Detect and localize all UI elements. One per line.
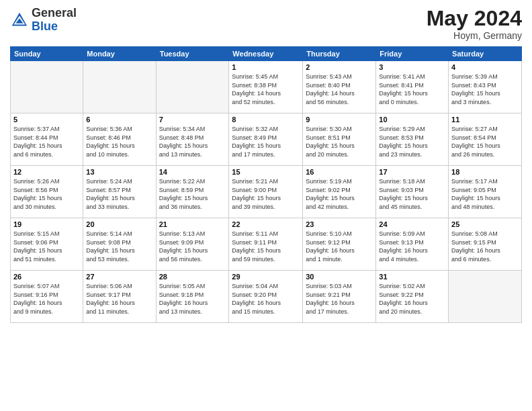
day-info: Sunrise: 5:04 AMSunset: 9:20 PMDaylight:… <box>232 282 300 316</box>
table-row <box>156 61 229 113</box>
table-row: 26Sunrise: 5:07 AMSunset: 9:16 PMDayligh… <box>11 271 83 323</box>
table-row: 18Sunrise: 5:17 AMSunset: 9:05 PMDayligh… <box>449 166 522 218</box>
day-info: Sunrise: 5:39 AMSunset: 8:43 PMDaylight:… <box>451 73 519 106</box>
table-row: 4Sunrise: 5:39 AMSunset: 8:43 PMDaylight… <box>449 61 522 113</box>
day-number: 6 <box>86 116 152 124</box>
day-info: Sunrise: 5:43 AMSunset: 8:40 PMDaylight:… <box>306 73 373 106</box>
table-row: 5Sunrise: 5:37 AMSunset: 8:44 PMDaylight… <box>11 113 83 166</box>
table-row: 16Sunrise: 5:19 AMSunset: 9:02 PMDayligh… <box>303 166 376 218</box>
table-row: 1Sunrise: 5:45 AMSunset: 8:38 PMDaylight… <box>229 61 303 113</box>
day-number: 12 <box>13 168 80 176</box>
header-sunday: Sunday <box>11 47 83 61</box>
table-row: 28Sunrise: 5:05 AMSunset: 9:18 PMDayligh… <box>156 271 229 323</box>
header-monday: Monday <box>83 47 156 61</box>
day-number: 5 <box>13 116 80 124</box>
table-row <box>83 61 156 113</box>
day-number: 25 <box>451 220 519 228</box>
day-info: Sunrise: 5:41 AMSunset: 8:41 PMDaylight:… <box>379 73 445 106</box>
table-row: 29Sunrise: 5:04 AMSunset: 9:20 PMDayligh… <box>229 271 303 323</box>
day-info: Sunrise: 5:32 AMSunset: 8:49 PMDaylight:… <box>232 125 300 158</box>
header-friday: Friday <box>376 47 449 61</box>
day-info: Sunrise: 5:09 AMSunset: 9:13 PMDaylight:… <box>379 230 445 263</box>
day-number: 16 <box>306 168 373 176</box>
day-info: Sunrise: 5:02 AMSunset: 9:22 PMDaylight:… <box>379 282 445 316</box>
day-number: 27 <box>86 273 152 281</box>
table-row: 3Sunrise: 5:41 AMSunset: 8:41 PMDaylight… <box>376 61 449 113</box>
table-row: 27Sunrise: 5:06 AMSunset: 9:17 PMDayligh… <box>83 271 156 323</box>
logo: General Blue <box>10 7 77 34</box>
day-number: 18 <box>451 168 519 176</box>
day-info: Sunrise: 5:18 AMSunset: 9:03 PMDaylight:… <box>379 177 445 211</box>
day-info: Sunrise: 5:15 AMSunset: 9:06 PMDaylight:… <box>13 230 80 263</box>
table-row: 21Sunrise: 5:13 AMSunset: 9:09 PMDayligh… <box>156 218 229 271</box>
day-info: Sunrise: 5:07 AMSunset: 9:16 PMDaylight:… <box>13 282 80 316</box>
day-number: 14 <box>159 168 226 176</box>
day-info: Sunrise: 5:29 AMSunset: 8:53 PMDaylight:… <box>379 125 445 158</box>
day-number: 21 <box>159 220 226 228</box>
table-row: 11Sunrise: 5:27 AMSunset: 8:54 PMDayligh… <box>449 113 522 166</box>
day-number: 1 <box>232 63 300 71</box>
table-row: 6Sunrise: 5:36 AMSunset: 8:46 PMDaylight… <box>83 113 156 166</box>
day-info: Sunrise: 5:34 AMSunset: 8:48 PMDaylight:… <box>159 125 226 158</box>
calendar-week-row: 19Sunrise: 5:15 AMSunset: 9:06 PMDayligh… <box>11 218 522 271</box>
table-row: 12Sunrise: 5:26 AMSunset: 8:56 PMDayligh… <box>11 166 83 218</box>
day-info: Sunrise: 5:14 AMSunset: 9:08 PMDaylight:… <box>86 230 152 263</box>
day-number: 3 <box>379 63 445 71</box>
day-number: 13 <box>86 168 152 176</box>
page: General Blue May 2024 Hoym, Germany Sund… <box>0 0 532 411</box>
location: Hoym, Germany <box>427 30 522 41</box>
day-info: Sunrise: 5:05 AMSunset: 9:18 PMDaylight:… <box>159 282 226 316</box>
day-number: 19 <box>13 220 80 228</box>
table-row: 19Sunrise: 5:15 AMSunset: 9:06 PMDayligh… <box>11 218 83 271</box>
day-info: Sunrise: 5:11 AMSunset: 9:11 PMDaylight:… <box>232 230 300 263</box>
title-block: May 2024 Hoym, Germany <box>427 7 522 41</box>
table-row: 2Sunrise: 5:43 AMSunset: 8:40 PMDaylight… <box>303 61 376 113</box>
day-info: Sunrise: 5:10 AMSunset: 9:12 PMDaylight:… <box>306 230 373 263</box>
day-number: 7 <box>159 116 226 124</box>
day-number: 30 <box>306 273 373 281</box>
table-row: 15Sunrise: 5:21 AMSunset: 9:00 PMDayligh… <box>229 166 303 218</box>
calendar: Sunday Monday Tuesday Wednesday Thursday… <box>10 46 522 323</box>
calendar-week-row: 5Sunrise: 5:37 AMSunset: 8:44 PMDaylight… <box>11 113 522 166</box>
logo-blue-text: Blue <box>32 19 58 33</box>
day-number: 20 <box>86 220 152 228</box>
table-row: 8Sunrise: 5:32 AMSunset: 8:49 PMDaylight… <box>229 113 303 166</box>
day-number: 31 <box>379 273 445 281</box>
table-row: 25Sunrise: 5:08 AMSunset: 9:15 PMDayligh… <box>449 218 522 271</box>
table-row: 31Sunrise: 5:02 AMSunset: 9:22 PMDayligh… <box>376 271 449 323</box>
day-number: 29 <box>232 273 300 281</box>
day-number: 22 <box>232 220 300 228</box>
day-info: Sunrise: 5:06 AMSunset: 9:17 PMDaylight:… <box>86 282 152 316</box>
header-tuesday: Tuesday <box>156 47 229 61</box>
day-number: 2 <box>306 63 373 71</box>
day-info: Sunrise: 5:37 AMSunset: 8:44 PMDaylight:… <box>13 125 80 158</box>
calendar-week-row: 12Sunrise: 5:26 AMSunset: 8:56 PMDayligh… <box>11 166 522 218</box>
calendar-week-row: 26Sunrise: 5:07 AMSunset: 9:16 PMDayligh… <box>11 271 522 323</box>
day-info: Sunrise: 5:17 AMSunset: 9:05 PMDaylight:… <box>451 177 519 211</box>
day-info: Sunrise: 5:21 AMSunset: 9:00 PMDaylight:… <box>232 177 300 211</box>
day-number: 4 <box>451 63 519 71</box>
table-row: 9Sunrise: 5:30 AMSunset: 8:51 PMDaylight… <box>303 113 376 166</box>
day-info: Sunrise: 5:24 AMSunset: 8:57 PMDaylight:… <box>86 177 152 211</box>
header-saturday: Saturday <box>449 47 522 61</box>
table-row: 24Sunrise: 5:09 AMSunset: 9:13 PMDayligh… <box>376 218 449 271</box>
header-wednesday: Wednesday <box>229 47 303 61</box>
table-row: 7Sunrise: 5:34 AMSunset: 8:48 PMDaylight… <box>156 113 229 166</box>
day-number: 10 <box>379 116 445 124</box>
day-info: Sunrise: 5:22 AMSunset: 8:59 PMDaylight:… <box>159 177 226 211</box>
table-row: 17Sunrise: 5:18 AMSunset: 9:03 PMDayligh… <box>376 166 449 218</box>
logo-general-text: General <box>32 6 77 19</box>
day-number: 23 <box>306 220 373 228</box>
day-number: 8 <box>232 116 300 124</box>
table-row: 14Sunrise: 5:22 AMSunset: 8:59 PMDayligh… <box>156 166 229 218</box>
table-row: 23Sunrise: 5:10 AMSunset: 9:12 PMDayligh… <box>303 218 376 271</box>
table-row: 20Sunrise: 5:14 AMSunset: 9:08 PMDayligh… <box>83 218 156 271</box>
table-row: 22Sunrise: 5:11 AMSunset: 9:11 PMDayligh… <box>229 218 303 271</box>
day-number: 28 <box>159 273 226 281</box>
day-info: Sunrise: 5:26 AMSunset: 8:56 PMDaylight:… <box>13 177 80 211</box>
day-info: Sunrise: 5:36 AMSunset: 8:46 PMDaylight:… <box>86 125 152 158</box>
day-number: 24 <box>379 220 445 228</box>
table-row <box>11 61 83 113</box>
month-year: May 2024 <box>427 7 522 30</box>
table-row: 13Sunrise: 5:24 AMSunset: 8:57 PMDayligh… <box>83 166 156 218</box>
